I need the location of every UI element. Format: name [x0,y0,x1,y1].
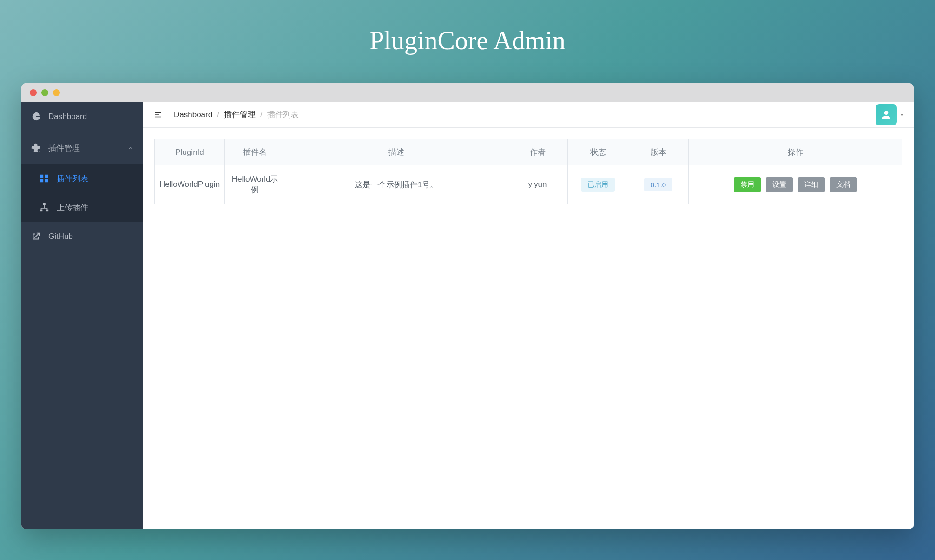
plugin-icon [31,143,41,153]
breadcrumb-separator: / [217,110,219,119]
svg-rect-4 [43,203,46,205]
cell-author: yiyun [507,165,568,204]
app-window: Dashboard 插件管理 插件列表 [21,83,914,529]
cell-desc: 这是一个示例插件1号。 [285,165,507,204]
sidebar-item-github[interactable]: GitHub [21,222,143,251]
topbar: Dashboard / 插件管理 / 插件列表 ▾ [143,102,914,128]
svg-rect-1 [45,175,48,178]
sidebar-item-label: 插件列表 [57,173,88,184]
settings-button[interactable]: 设置 [766,177,793,192]
table-row: HelloWorldPlugin HelloWorld示例 这是一个示例插件1号… [155,165,902,204]
sidebar-item-dashboard[interactable]: Dashboard [21,102,143,132]
sidebar-item-label: Dashboard [48,112,87,121]
plugin-table: PluginId 插件名 描述 作者 状态 版本 操作 HelloWorldPl… [154,139,902,204]
table-header-row: PluginId 插件名 描述 作者 状态 版本 操作 [155,139,902,165]
th-actions: 操作 [689,139,902,165]
sidebar-submenu-plugins: 插件列表 上传插件 [21,164,143,222]
main-area: Dashboard / 插件管理 / 插件列表 ▾ [143,102,914,529]
page-title: PluginCore Admin [0,0,935,83]
content-area: PluginId 插件名 描述 作者 状态 版本 操作 HelloWorldPl… [143,128,914,215]
cell-version: 0.1.0 [628,165,689,204]
svg-rect-3 [45,179,48,182]
cell-actions: 禁用 设置 详细 文档 [689,165,902,204]
avatar[interactable] [876,104,897,125]
window-zoom-dot[interactable] [53,89,60,96]
cell-name: HelloWorld示例 [225,165,285,204]
svg-rect-0 [40,175,43,178]
sidebar: Dashboard 插件管理 插件列表 [21,102,143,529]
sidebar-item-label: 上传插件 [57,202,88,213]
sidebar-item-plugin-list[interactable]: 插件列表 [21,164,143,193]
sidebar-item-plugin-upload[interactable]: 上传插件 [21,193,143,222]
dashboard-icon [31,112,41,122]
chevron-up-icon [127,145,134,151]
th-desc: 描述 [285,139,507,165]
breadcrumb: Dashboard / 插件管理 / 插件列表 [174,109,299,120]
disable-button[interactable]: 禁用 [734,177,761,192]
th-name: 插件名 [225,139,285,165]
th-plugin-id: PluginId [155,139,225,165]
breadcrumb-item-dashboard[interactable]: Dashboard [174,110,212,119]
chevron-down-icon[interactable]: ▾ [901,112,903,118]
sidebar-item-label: GitHub [48,232,73,241]
grid-icon [39,173,49,184]
th-author: 作者 [507,139,568,165]
breadcrumb-item-plugins[interactable]: 插件管理 [224,109,256,120]
detail-button[interactable]: 详细 [798,177,825,192]
breadcrumb-separator: / [260,110,263,119]
th-version: 版本 [628,139,689,165]
window-close-dot[interactable] [30,89,37,96]
sitemap-icon [39,202,49,212]
external-link-icon [31,231,41,242]
version-badge: 0.1.0 [644,178,672,191]
cell-plugin-id: HelloWorldPlugin [155,165,225,204]
user-icon [880,109,892,121]
docs-button[interactable]: 文档 [830,177,857,192]
breadcrumb-item-current: 插件列表 [267,109,299,120]
th-status: 状态 [568,139,628,165]
status-badge: 已启用 [581,178,615,192]
menu-collapse-icon[interactable] [153,111,163,119]
svg-rect-5 [40,210,43,212]
svg-rect-2 [40,179,43,182]
svg-rect-6 [46,210,49,212]
sidebar-item-plugins[interactable]: 插件管理 [21,132,143,164]
sidebar-item-label: 插件管理 [48,143,80,153]
window-minimize-dot[interactable] [41,89,48,96]
cell-status: 已启用 [568,165,628,204]
window-titlebar [21,83,914,102]
